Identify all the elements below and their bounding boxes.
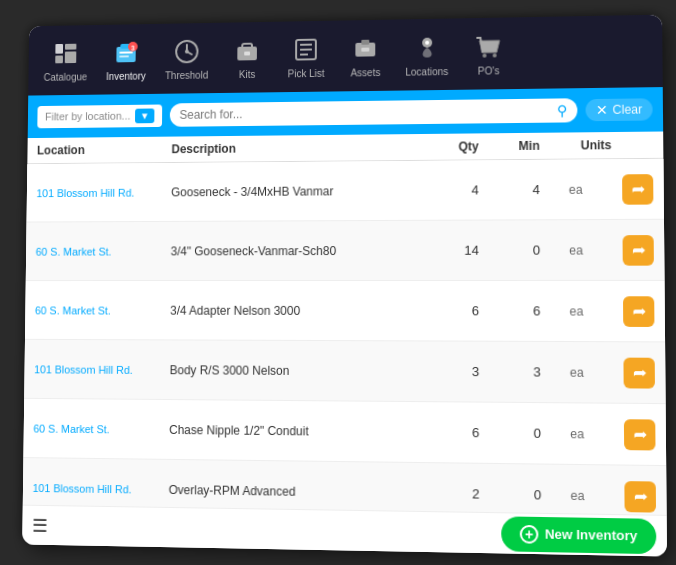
unit-value: ea xyxy=(540,182,612,197)
qty-value: 2 xyxy=(418,485,479,501)
catalogue-icon xyxy=(50,37,81,68)
menu-icon[interactable]: ☰ xyxy=(32,514,48,536)
pos-icon xyxy=(472,30,504,62)
search-bar: Filter by location... ▼ ⚲ ✕ Clear xyxy=(28,87,663,138)
qty-value: 6 xyxy=(418,303,479,318)
device-screen: Catalogue 3 Inventory xyxy=(22,14,667,556)
unit-value: ea xyxy=(541,487,614,502)
nav-item-locations[interactable]: Locations xyxy=(395,25,458,83)
col-header-units: Units xyxy=(540,138,612,153)
min-value: 0 xyxy=(479,242,540,257)
filter-placeholder: Filter by location... xyxy=(45,109,131,122)
nav-label-picklist: Pick List xyxy=(288,67,325,78)
svg-rect-0 xyxy=(55,43,63,53)
picklist-icon xyxy=(290,33,322,65)
clear-icon: ✕ xyxy=(596,101,608,117)
location-link[interactable]: 60 S. Market St. xyxy=(35,304,170,316)
nav-item-pos[interactable]: PO's xyxy=(458,24,519,83)
row-action-button[interactable]: ➦ xyxy=(623,295,654,326)
qty-value: 3 xyxy=(418,363,479,379)
inventory-icon: 3 xyxy=(111,36,142,68)
nav-item-picklist[interactable]: Pick List xyxy=(277,27,336,85)
min-value: 0 xyxy=(479,424,541,440)
row-action-button[interactable]: ➦ xyxy=(622,173,653,204)
row-action-button[interactable]: ➦ xyxy=(624,480,656,512)
search-input-wrap: ⚲ xyxy=(170,98,578,127)
filter-dropdown[interactable]: Filter by location... ▼ xyxy=(37,103,162,127)
nav-item-kits[interactable]: Kits xyxy=(218,28,277,86)
table-row: 60 S. Market St. 3/4" Gooseneck-Vanmar-S… xyxy=(26,219,665,280)
svg-point-27 xyxy=(493,53,497,57)
description-text: Chase Nipple 1/2" Conduit xyxy=(169,422,418,439)
clear-label: Clear xyxy=(613,102,643,116)
description-text: Overlay-RPM Advanced xyxy=(169,482,419,500)
description-text: 3/4" Gooseneck-Vanmar-Sch80 xyxy=(171,243,419,257)
assets-icon xyxy=(350,32,382,64)
threshold-icon xyxy=(171,35,202,67)
filter-arrow-icon: ▼ xyxy=(135,107,154,122)
col-header-description: Description xyxy=(171,140,418,156)
nav-label-kits: Kits xyxy=(239,69,255,80)
nav-label-catalogue: Catalogue xyxy=(44,71,88,82)
svg-rect-16 xyxy=(244,51,250,55)
location-link[interactable]: 60 S. Market St. xyxy=(33,422,169,435)
svg-rect-3 xyxy=(65,51,77,63)
row-action-button[interactable]: ➦ xyxy=(623,234,654,265)
min-value: 3 xyxy=(479,363,541,379)
unit-value: ea xyxy=(540,303,612,317)
description-text: 3/4 Adapter Nelson 3000 xyxy=(170,303,418,317)
qty-value: 4 xyxy=(418,182,479,197)
new-inventory-label: New Inventory xyxy=(545,526,638,543)
table-body: 101 Blossom Hill Rd. Gooseneck - 3/4MxHB… xyxy=(23,158,667,514)
table-row: 101 Blossom Hill Rd. Body R/S 3000 Nelso… xyxy=(24,339,665,403)
description-text: Gooseneck - 3/4MxHB Vanmar xyxy=(171,183,418,198)
unit-value: ea xyxy=(541,364,613,379)
locations-icon xyxy=(411,31,443,63)
plus-circle-icon: + xyxy=(520,524,539,543)
nav-label-threshold: Threshold xyxy=(165,69,208,80)
nav-label-inventory: Inventory xyxy=(106,70,146,81)
kits-icon xyxy=(232,34,263,66)
table-row: 101 Blossom Hill Rd. Gooseneck - 3/4MxHB… xyxy=(27,158,664,222)
svg-rect-22 xyxy=(362,39,370,44)
row-action-button[interactable]: ➦ xyxy=(624,418,656,449)
unit-value: ea xyxy=(541,426,614,441)
nav-item-assets[interactable]: Assets xyxy=(336,26,396,84)
nav-label-assets: Assets xyxy=(351,67,381,78)
nav-label-locations: Locations xyxy=(405,66,448,78)
row-action-button[interactable]: ➦ xyxy=(623,357,655,388)
svg-text:3: 3 xyxy=(131,44,135,51)
table-row: 60 S. Market St. 3/4 Adapter Nelson 3000… xyxy=(25,280,665,341)
col-header-min: Min xyxy=(479,138,540,153)
location-link[interactable]: 60 S. Market St. xyxy=(36,245,171,257)
unit-value: ea xyxy=(540,242,612,256)
col-header-qty: Qty xyxy=(418,139,479,154)
new-inventory-button[interactable]: + New Inventory xyxy=(501,515,656,553)
top-navigation: Catalogue 3 Inventory xyxy=(28,14,663,95)
min-value: 6 xyxy=(479,303,540,318)
qty-value: 14 xyxy=(418,242,479,257)
search-input[interactable] xyxy=(179,103,551,121)
table-row: 60 S. Market St. Chase Nipple 1/2" Condu… xyxy=(23,398,666,465)
col-header-location: Location xyxy=(37,142,172,157)
location-link[interactable]: 101 Blossom Hill Rd. xyxy=(34,362,170,375)
location-link[interactable]: 101 Blossom Hill Rd. xyxy=(36,186,171,199)
svg-rect-1 xyxy=(55,55,63,63)
clear-button[interactable]: ✕ Clear xyxy=(586,98,653,121)
nav-item-catalogue[interactable]: Catalogue xyxy=(34,31,97,88)
nav-label-pos: PO's xyxy=(478,65,500,76)
col-header-action xyxy=(611,137,652,152)
search-icon: ⚲ xyxy=(557,102,567,118)
svg-point-26 xyxy=(483,53,487,57)
svg-point-13 xyxy=(185,49,189,53)
location-link[interactable]: 101 Blossom Hill Rd. xyxy=(33,481,169,495)
description-text: Body R/S 3000 Nelson xyxy=(170,362,419,378)
min-value: 4 xyxy=(479,182,540,197)
min-value: 0 xyxy=(480,486,542,502)
svg-rect-2 xyxy=(65,43,76,49)
nav-item-inventory[interactable]: 3 Inventory xyxy=(97,30,156,87)
nav-item-threshold[interactable]: Threshold xyxy=(155,29,218,86)
qty-value: 6 xyxy=(418,424,479,440)
